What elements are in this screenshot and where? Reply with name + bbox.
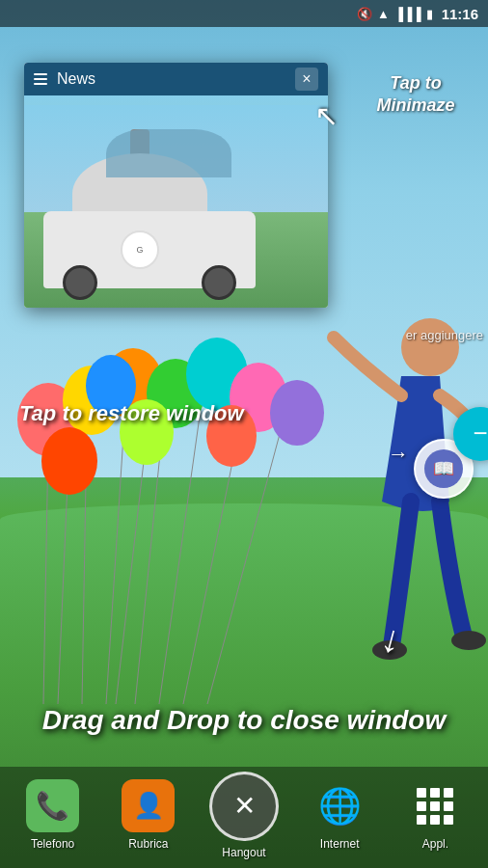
- window-title: News: [57, 70, 318, 88]
- telefono-label: Telefono: [31, 837, 74, 851]
- side-text: er aggiungere: [406, 328, 483, 342]
- contacts-icon: 👤: [122, 779, 175, 832]
- svg-point-20: [401, 318, 459, 376]
- minimize-arrow: ↙: [314, 101, 339, 135]
- apps-icon: [409, 779, 462, 832]
- internet-icon: 🌐: [313, 779, 366, 832]
- svg-point-22: [451, 631, 486, 650]
- drag-line-2: [34, 78, 47, 80]
- car-wheel-right: [202, 265, 236, 300]
- tap-minimize-instruction: Tap to Minimaze: [353, 72, 478, 118]
- tap-restore-instruction: Tap to restore window: [19, 400, 289, 428]
- apps-label: Appl.: [422, 837, 448, 851]
- floating-window-content: G: [24, 95, 328, 308]
- restore-icon: 📖: [424, 449, 463, 488]
- drag-line-3: [34, 83, 47, 85]
- mute-icon: 🔇: [357, 7, 372, 21]
- car-image: G: [24, 95, 328, 308]
- dock-item-telefono[interactable]: 📞 Telefono: [5, 779, 100, 851]
- car-wheel-left: [63, 265, 97, 300]
- dock-item-apps[interactable]: Appl.: [388, 779, 483, 851]
- car-body: G: [43, 211, 256, 288]
- drag-handle[interactable]: [34, 73, 47, 85]
- drag-drop-instruction: Drag and Drop to close window: [10, 703, 478, 738]
- restore-arrow: →: [388, 442, 409, 467]
- hangouts-close-icon[interactable]: ✕: [209, 772, 279, 841]
- car-window: [106, 129, 231, 177]
- close-window-button[interactable]: ×: [295, 68, 318, 91]
- car-shape: G: [43, 163, 275, 288]
- svg-line-6: [207, 434, 280, 704]
- battery-icon: ▮: [426, 7, 433, 21]
- svg-line-0: [43, 444, 48, 704]
- dock-item-hangouts[interactable]: ✕ Hangout: [196, 772, 291, 859]
- dock-bar: 📞 Telefono 👤 Rubrica ✕ Hangout 🌐 Interne…: [0, 767, 488, 868]
- wifi-icon: ▲: [377, 7, 390, 21]
- rubrica-label: Rubrica: [128, 837, 168, 851]
- svg-line-2: [106, 405, 125, 704]
- floating-news-window[interactable]: News × G: [24, 63, 328, 308]
- signal-icon: ▐▐▐: [394, 7, 421, 21]
- dock-item-rubrica[interactable]: 👤 Rubrica: [100, 779, 196, 851]
- apps-grid: [417, 788, 453, 825]
- hangouts-label: Hangout: [222, 846, 265, 859]
- status-icons: 🔇 ▲ ▐▐▐ ▮ 11:16: [357, 6, 478, 22]
- phone-icon: 📞: [26, 779, 79, 832]
- svg-line-7: [58, 482, 68, 704]
- floating-window-header[interactable]: News ×: [24, 63, 328, 95]
- svg-point-16: [41, 427, 97, 495]
- clock: 11:16: [442, 6, 478, 22]
- internet-label: Internet: [320, 837, 360, 851]
- status-bar: 🔇 ▲ ▐▐▐ ▮ 11:16: [0, 0, 488, 27]
- hangouts-x-label: ✕: [233, 790, 256, 822]
- drag-line-1: [34, 73, 47, 75]
- dock-item-internet[interactable]: 🌐 Internet: [292, 779, 388, 851]
